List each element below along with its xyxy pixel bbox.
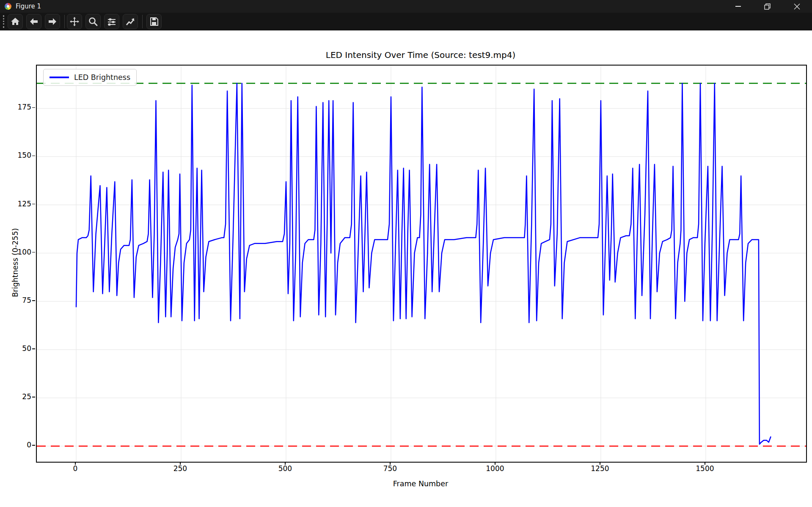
y-tick-mark — [32, 300, 35, 301]
window-title: Figure 1 — [16, 2, 41, 11]
y-tick-label: 25 — [6, 392, 31, 401]
y-tick-mark — [32, 252, 35, 253]
line-chart-icon — [125, 16, 135, 27]
plot-svg — [37, 66, 806, 462]
x-tick-label: 1250 — [583, 464, 617, 473]
y-tick-label: 175 — [6, 103, 31, 111]
figure-window: Figure 1 — [0, 0, 812, 507]
x-tick-label: 1500 — [688, 464, 722, 473]
minimize-icon — [735, 6, 741, 7]
plot-area[interactable] — [36, 65, 807, 463]
legend-label: LED Brightness — [74, 73, 130, 82]
restore-button[interactable] — [753, 0, 782, 13]
back-arrow-icon — [29, 16, 39, 27]
close-button[interactable] — [782, 0, 812, 13]
toolbar-drag-handle[interactable] — [3, 15, 4, 28]
y-tick-mark — [32, 156, 35, 156]
save-button[interactable] — [146, 14, 162, 29]
x-tick-label: 250 — [163, 464, 197, 473]
magnifier-icon — [88, 16, 98, 27]
legend-box[interactable]: LED Brightness — [43, 69, 137, 86]
y-tick-mark — [32, 107, 35, 108]
toolbar-separator — [64, 15, 65, 28]
pan-button[interactable] — [67, 14, 82, 29]
navigation-toolbar — [0, 13, 812, 30]
y-tick-label: 75 — [6, 296, 31, 304]
y-tick-mark — [32, 204, 35, 205]
x-tick-label: 1000 — [478, 464, 512, 473]
y-tick-mark — [32, 348, 35, 349]
toolbar-separator — [142, 15, 143, 28]
x-tick-label: 500 — [268, 464, 302, 473]
forward-arrow-icon — [47, 16, 58, 27]
legend-line-sample — [50, 77, 69, 78]
y-tick-label: 125 — [6, 200, 31, 208]
y-axis-label: Brightness (0-255) — [11, 220, 19, 305]
restore-icon — [764, 3, 771, 10]
zoom-button[interactable] — [85, 14, 101, 29]
y-tick-label: 100 — [6, 248, 31, 256]
figure-canvas: LED Intensity Over Time (Source: test9.m… — [0, 30, 812, 507]
y-tick-mark — [32, 397, 35, 397]
x-tick-label: 750 — [373, 464, 407, 473]
chart-title: LED Intensity Over Time (Source: test9.m… — [36, 50, 805, 60]
minimize-button[interactable] — [724, 0, 753, 13]
home-icon — [10, 16, 20, 27]
pan-icon — [69, 16, 80, 27]
title-bar[interactable]: Figure 1 — [0, 0, 812, 13]
forward-button[interactable] — [45, 14, 60, 29]
configure-subplots-button[interactable] — [104, 14, 119, 29]
y-tick-label: 150 — [6, 151, 31, 159]
x-axis-label: Frame Number — [36, 480, 805, 488]
x-tick-label: 0 — [58, 464, 92, 473]
y-tick-label: 0 — [6, 441, 31, 449]
y-tick-label: 50 — [6, 344, 31, 353]
home-button[interactable] — [8, 14, 23, 29]
back-button[interactable] — [26, 14, 41, 29]
save-floppy-icon — [149, 16, 159, 27]
sliders-icon — [107, 16, 117, 27]
led-brightness-line — [76, 83, 771, 444]
matplotlib-logo-icon — [4, 3, 12, 10]
close-icon — [794, 3, 800, 10]
y-tick-mark — [32, 445, 35, 446]
customize-axes-button[interactable] — [123, 14, 138, 29]
